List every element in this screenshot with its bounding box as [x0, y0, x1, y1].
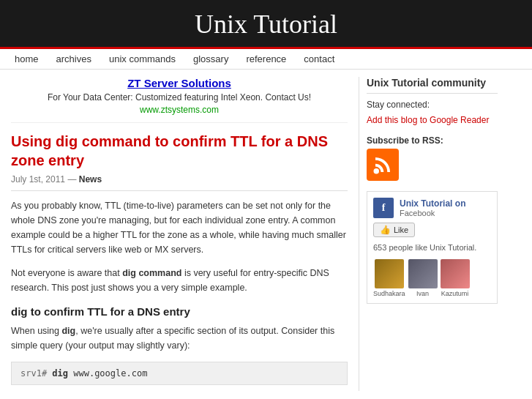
fb-title-block: Unix Tutorial on Facebook	[400, 198, 465, 217]
fb-site-name: Unix Tutorial	[400, 198, 452, 209]
para3-pre: When using	[11, 326, 61, 336]
google-reader-anchor[interactable]: Add this blog to Google Reader	[367, 115, 489, 125]
nav-item-archives[interactable]: archives	[56, 53, 91, 64]
sidebar-stay-connected: Stay connected:	[367, 100, 498, 110]
fb-avatar-1: Sudhakara	[373, 259, 405, 297]
fb-avatar-3: Kazutumi	[441, 259, 470, 297]
sidebar-community-section: Stay connected: Add this blog to Google …	[367, 100, 498, 125]
rss-subscribe-label: Subscribe to RSS:	[367, 135, 498, 146]
avatar-name-1: Sudhakara	[373, 290, 405, 297]
svg-point-0	[374, 168, 380, 174]
nav-item-home[interactable]: home	[15, 53, 39, 64]
ad-description: For Your Data Center: Customized featuri…	[11, 92, 348, 102]
ad-title[interactable]: ZT Server Solutions	[11, 77, 348, 89]
avatar-name-3: Kazutumi	[441, 290, 469, 297]
article-category: News	[79, 174, 102, 184]
para3-bold: dig	[61, 326, 75, 336]
sidebar-google-reader-link[interactable]: Add this blog to Google Reader	[367, 114, 498, 125]
sidebar-title: Unix Tutorial community	[367, 77, 498, 94]
avatar-name-2: Ivan	[416, 290, 429, 297]
thumb-icon: 👍	[380, 225, 391, 235]
article-subheading: dig to confirm TTL for a DNS entry	[11, 305, 348, 318]
article-body: As you probably know, TTL (time-to-live)…	[11, 198, 348, 385]
avatar-image-2	[408, 259, 438, 288]
content-wrapper: ZT Server Solutions For Your Data Center…	[0, 70, 532, 398]
article-paragraph-1: As you probably know, TTL (time-to-live)…	[11, 198, 348, 257]
sidebar-rss-section: Subscribe to RSS:	[367, 135, 498, 181]
avatar-image-3	[441, 259, 470, 288]
nav-item-unix-commands[interactable]: unix commands	[109, 53, 176, 64]
nav-link-contact[interactable]: contact	[304, 53, 334, 64]
fb-like-count: 653 people like Unix Tutorial.	[373, 243, 491, 252]
nav-item-glossary[interactable]: glossary	[193, 53, 228, 64]
nav-link-glossary[interactable]: glossary	[193, 53, 228, 64]
article-paragraph-2: Not everyone is aware that dig command i…	[11, 266, 348, 295]
nav-item-reference[interactable]: reference	[246, 53, 286, 64]
fb-on-text: on	[455, 198, 466, 209]
article: Using dig command to confirm TTL for a D…	[11, 132, 348, 385]
site-header: Unix Tutorial	[0, 0, 532, 47]
code-url: www.google.com	[73, 368, 147, 379]
article-title: Using dig command to confirm TTL for a D…	[11, 132, 348, 170]
para2-pre: Not everyone is aware that	[11, 268, 122, 278]
nav-link-unix-commands[interactable]: unix commands	[109, 53, 176, 64]
ad-url[interactable]: www.ztsystems.com	[11, 104, 348, 115]
nav-link-reference[interactable]: reference	[246, 53, 286, 64]
nav-item-contact[interactable]: contact	[304, 53, 334, 64]
ad-url-link[interactable]: www.ztsystems.com	[140, 105, 219, 115]
fb-logo: f	[373, 198, 394, 218]
fb-platform-label: Facebook	[400, 209, 465, 217]
nav-list: home archives unix commands glossary ref…	[15, 53, 517, 64]
article-paragraph-3: When using dig, we're usually after a sp…	[11, 324, 348, 353]
site-title: Unix Tutorial	[0, 9, 532, 40]
fb-box-header: f Unix Tutorial on Facebook	[373, 198, 491, 218]
article-meta: July 1st, 2011 — News	[11, 174, 348, 191]
rss-svg	[372, 154, 394, 176]
main-content: ZT Server Solutions For Your Data Center…	[0, 77, 359, 391]
ad-banner: ZT Server Solutions For Your Data Center…	[11, 77, 348, 123]
code-block: srv1# dig www.google.com	[11, 362, 348, 385]
nav-bar: home archives unix commands glossary ref…	[0, 47, 532, 70]
fb-like-button[interactable]: 👍 Like	[373, 223, 415, 237]
nav-link-archives[interactable]: archives	[56, 53, 91, 64]
article-date: July 1st, 2011 —	[11, 174, 79, 184]
facebook-box: f Unix Tutorial on Facebook 👍 Like 653 p…	[367, 191, 498, 304]
code-command: dig	[47, 368, 73, 379]
fb-like-label: Like	[394, 225, 408, 234]
sidebar: Unix Tutorial community Stay connected: …	[359, 77, 505, 391]
avatar-image-1	[375, 259, 404, 288]
ad-title-link[interactable]: ZT Server Solutions	[127, 77, 231, 89]
fb-avatar-2: Ivan	[408, 259, 438, 297]
nav-link-home[interactable]: home	[15, 53, 39, 64]
rss-icon[interactable]	[367, 149, 399, 181]
fb-title-text: Unix Tutorial on	[400, 198, 465, 209]
para2-bold: dig command	[122, 268, 181, 278]
fb-avatars: Sudhakara Ivan Kazutumi	[373, 259, 491, 297]
code-prompt: srv1#	[20, 368, 47, 379]
